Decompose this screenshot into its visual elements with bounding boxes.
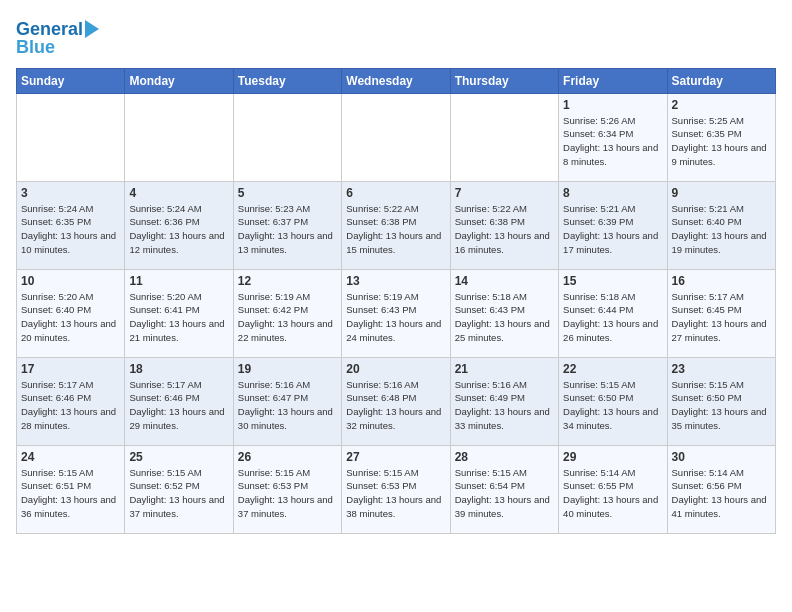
header: General Blue	[16, 16, 776, 58]
day-number: 19	[238, 362, 337, 376]
calendar-cell: 14Sunrise: 5:18 AM Sunset: 6:43 PM Dayli…	[450, 269, 558, 357]
calendar-cell: 17Sunrise: 5:17 AM Sunset: 6:46 PM Dayli…	[17, 357, 125, 445]
calendar-cell: 11Sunrise: 5:20 AM Sunset: 6:41 PM Dayli…	[125, 269, 233, 357]
calendar-cell: 28Sunrise: 5:15 AM Sunset: 6:54 PM Dayli…	[450, 445, 558, 533]
day-info: Sunrise: 5:14 AM Sunset: 6:55 PM Dayligh…	[563, 466, 662, 521]
calendar-header-row: SundayMondayTuesdayWednesdayThursdayFrid…	[17, 68, 776, 93]
day-info: Sunrise: 5:20 AM Sunset: 6:41 PM Dayligh…	[129, 290, 228, 345]
calendar-cell: 30Sunrise: 5:14 AM Sunset: 6:56 PM Dayli…	[667, 445, 775, 533]
calendar-cell: 19Sunrise: 5:16 AM Sunset: 6:47 PM Dayli…	[233, 357, 341, 445]
day-number: 28	[455, 450, 554, 464]
day-info: Sunrise: 5:25 AM Sunset: 6:35 PM Dayligh…	[672, 114, 771, 169]
calendar-table: SundayMondayTuesdayWednesdayThursdayFrid…	[16, 68, 776, 534]
calendar-cell: 26Sunrise: 5:15 AM Sunset: 6:53 PM Dayli…	[233, 445, 341, 533]
calendar-cell: 9Sunrise: 5:21 AM Sunset: 6:40 PM Daylig…	[667, 181, 775, 269]
calendar-cell: 6Sunrise: 5:22 AM Sunset: 6:38 PM Daylig…	[342, 181, 450, 269]
day-info: Sunrise: 5:15 AM Sunset: 6:53 PM Dayligh…	[238, 466, 337, 521]
calendar-week-3: 10Sunrise: 5:20 AM Sunset: 6:40 PM Dayli…	[17, 269, 776, 357]
day-info: Sunrise: 5:23 AM Sunset: 6:37 PM Dayligh…	[238, 202, 337, 257]
calendar-cell: 4Sunrise: 5:24 AM Sunset: 6:36 PM Daylig…	[125, 181, 233, 269]
header-monday: Monday	[125, 68, 233, 93]
day-number: 15	[563, 274, 662, 288]
calendar-week-1: 1Sunrise: 5:26 AM Sunset: 6:34 PM Daylig…	[17, 93, 776, 181]
logo-arrow-icon	[85, 20, 99, 38]
day-info: Sunrise: 5:26 AM Sunset: 6:34 PM Dayligh…	[563, 114, 662, 169]
day-number: 25	[129, 450, 228, 464]
day-info: Sunrise: 5:17 AM Sunset: 6:46 PM Dayligh…	[21, 378, 120, 433]
day-number: 23	[672, 362, 771, 376]
calendar-cell	[233, 93, 341, 181]
day-info: Sunrise: 5:22 AM Sunset: 6:38 PM Dayligh…	[455, 202, 554, 257]
day-info: Sunrise: 5:15 AM Sunset: 6:51 PM Dayligh…	[21, 466, 120, 521]
calendar-cell: 1Sunrise: 5:26 AM Sunset: 6:34 PM Daylig…	[559, 93, 667, 181]
calendar-cell: 13Sunrise: 5:19 AM Sunset: 6:43 PM Dayli…	[342, 269, 450, 357]
calendar-week-4: 17Sunrise: 5:17 AM Sunset: 6:46 PM Dayli…	[17, 357, 776, 445]
day-info: Sunrise: 5:14 AM Sunset: 6:56 PM Dayligh…	[672, 466, 771, 521]
day-info: Sunrise: 5:17 AM Sunset: 6:46 PM Dayligh…	[129, 378, 228, 433]
header-tuesday: Tuesday	[233, 68, 341, 93]
day-info: Sunrise: 5:16 AM Sunset: 6:48 PM Dayligh…	[346, 378, 445, 433]
calendar-cell: 23Sunrise: 5:15 AM Sunset: 6:50 PM Dayli…	[667, 357, 775, 445]
calendar-cell: 25Sunrise: 5:15 AM Sunset: 6:52 PM Dayli…	[125, 445, 233, 533]
day-info: Sunrise: 5:15 AM Sunset: 6:52 PM Dayligh…	[129, 466, 228, 521]
header-wednesday: Wednesday	[342, 68, 450, 93]
day-number: 20	[346, 362, 445, 376]
header-saturday: Saturday	[667, 68, 775, 93]
calendar-week-5: 24Sunrise: 5:15 AM Sunset: 6:51 PM Dayli…	[17, 445, 776, 533]
day-number: 5	[238, 186, 337, 200]
day-number: 9	[672, 186, 771, 200]
calendar-cell	[17, 93, 125, 181]
calendar-cell: 16Sunrise: 5:17 AM Sunset: 6:45 PM Dayli…	[667, 269, 775, 357]
calendar-cell: 21Sunrise: 5:16 AM Sunset: 6:49 PM Dayli…	[450, 357, 558, 445]
day-number: 11	[129, 274, 228, 288]
calendar-cell: 10Sunrise: 5:20 AM Sunset: 6:40 PM Dayli…	[17, 269, 125, 357]
calendar-cell: 7Sunrise: 5:22 AM Sunset: 6:38 PM Daylig…	[450, 181, 558, 269]
day-number: 7	[455, 186, 554, 200]
day-info: Sunrise: 5:19 AM Sunset: 6:42 PM Dayligh…	[238, 290, 337, 345]
day-number: 13	[346, 274, 445, 288]
logo-text-blue: Blue	[16, 38, 55, 58]
day-number: 27	[346, 450, 445, 464]
day-number: 10	[21, 274, 120, 288]
day-info: Sunrise: 5:22 AM Sunset: 6:38 PM Dayligh…	[346, 202, 445, 257]
day-info: Sunrise: 5:15 AM Sunset: 6:50 PM Dayligh…	[672, 378, 771, 433]
header-sunday: Sunday	[17, 68, 125, 93]
logo: General Blue	[16, 20, 99, 58]
day-info: Sunrise: 5:24 AM Sunset: 6:36 PM Dayligh…	[129, 202, 228, 257]
calendar-cell: 3Sunrise: 5:24 AM Sunset: 6:35 PM Daylig…	[17, 181, 125, 269]
day-number: 8	[563, 186, 662, 200]
day-number: 22	[563, 362, 662, 376]
day-info: Sunrise: 5:16 AM Sunset: 6:49 PM Dayligh…	[455, 378, 554, 433]
day-number: 6	[346, 186, 445, 200]
day-info: Sunrise: 5:15 AM Sunset: 6:54 PM Dayligh…	[455, 466, 554, 521]
day-info: Sunrise: 5:15 AM Sunset: 6:50 PM Dayligh…	[563, 378, 662, 433]
calendar-cell	[342, 93, 450, 181]
day-info: Sunrise: 5:21 AM Sunset: 6:40 PM Dayligh…	[672, 202, 771, 257]
calendar-cell: 24Sunrise: 5:15 AM Sunset: 6:51 PM Dayli…	[17, 445, 125, 533]
day-info: Sunrise: 5:19 AM Sunset: 6:43 PM Dayligh…	[346, 290, 445, 345]
day-number: 2	[672, 98, 771, 112]
header-thursday: Thursday	[450, 68, 558, 93]
day-info: Sunrise: 5:17 AM Sunset: 6:45 PM Dayligh…	[672, 290, 771, 345]
calendar-cell: 18Sunrise: 5:17 AM Sunset: 6:46 PM Dayli…	[125, 357, 233, 445]
calendar-cell: 2Sunrise: 5:25 AM Sunset: 6:35 PM Daylig…	[667, 93, 775, 181]
day-number: 3	[21, 186, 120, 200]
day-number: 18	[129, 362, 228, 376]
day-number: 29	[563, 450, 662, 464]
day-info: Sunrise: 5:16 AM Sunset: 6:47 PM Dayligh…	[238, 378, 337, 433]
calendar-cell	[125, 93, 233, 181]
day-number: 16	[672, 274, 771, 288]
day-number: 30	[672, 450, 771, 464]
day-info: Sunrise: 5:18 AM Sunset: 6:44 PM Dayligh…	[563, 290, 662, 345]
day-number: 14	[455, 274, 554, 288]
day-number: 12	[238, 274, 337, 288]
day-info: Sunrise: 5:24 AM Sunset: 6:35 PM Dayligh…	[21, 202, 120, 257]
calendar-cell: 5Sunrise: 5:23 AM Sunset: 6:37 PM Daylig…	[233, 181, 341, 269]
calendar-cell: 27Sunrise: 5:15 AM Sunset: 6:53 PM Dayli…	[342, 445, 450, 533]
day-info: Sunrise: 5:15 AM Sunset: 6:53 PM Dayligh…	[346, 466, 445, 521]
calendar-cell	[450, 93, 558, 181]
calendar-cell: 12Sunrise: 5:19 AM Sunset: 6:42 PM Dayli…	[233, 269, 341, 357]
day-info: Sunrise: 5:21 AM Sunset: 6:39 PM Dayligh…	[563, 202, 662, 257]
day-number: 26	[238, 450, 337, 464]
day-number: 1	[563, 98, 662, 112]
